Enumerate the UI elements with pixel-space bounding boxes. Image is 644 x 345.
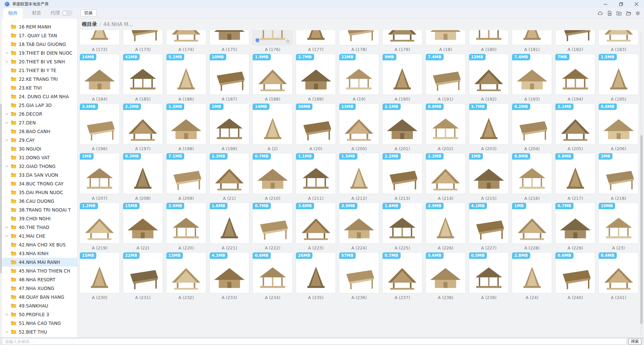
chevron-right-icon[interactable]: > — [5, 328, 9, 336]
asset-card[interactable]: 2MB — [598, 153, 639, 194]
asset-card[interactable]: 7.1MB — [166, 153, 206, 194]
asset-card[interactable]: 44MB — [469, 30, 509, 45]
asset-card[interactable]: 3.9MB — [339, 203, 379, 244]
asset-card[interactable]: 4.1MB — [469, 203, 509, 244]
asset-card[interactable]: 5.1MB — [166, 54, 206, 95]
chevron-right-icon[interactable]: > — [5, 223, 9, 232]
asset-card[interactable]: 2.9MB — [426, 203, 466, 244]
asset-card[interactable]: 0.7MB — [252, 203, 293, 244]
asset-card[interactable]: 7.2MB — [209, 30, 250, 45]
sidebar-item[interactable]: 49.SANKHAU — [2, 301, 77, 310]
sidebar-item[interactable]: 43.NHA KINH — [2, 249, 77, 258]
favorite-star-icon[interactable]: ☆ — [286, 38, 290, 44]
asset-card[interactable]: 2MB — [123, 30, 163, 45]
sidebar-item[interactable]: 35.DAI PHUN NUOC — [2, 188, 77, 197]
maximize-button[interactable] — [613, 0, 629, 8]
asset-card[interactable]: 0.8MB — [426, 103, 466, 145]
asset-card[interactable]: 0.7MB — [252, 153, 293, 194]
sidebar-item[interactable]: 46.NHA RESORT — [2, 275, 77, 284]
asset-card[interactable]: 0.5MB — [469, 252, 509, 293]
sidebar-item[interactable]: 42.NHA CHO XE BUS — [2, 240, 77, 249]
sidebar-scrollbar[interactable] — [0, 18, 2, 337]
asset-card[interactable]: 1.6MB — [209, 203, 250, 244]
asset-card[interactable]: 15MB — [80, 252, 120, 293]
asset-card[interactable]: 2.2MB — [382, 153, 423, 194]
asset-card[interactable]: 0.7MB — [555, 203, 595, 244]
asset-card[interactable]: 57MB — [339, 252, 379, 293]
asset-card[interactable]: 3.4MB — [80, 103, 120, 145]
settings-icon[interactable] — [635, 10, 641, 16]
sidebar-item[interactable]: 51.NHA CAO TANG — [2, 319, 77, 328]
asset-card[interactable]: 6.1MB — [512, 30, 552, 45]
asset-card[interactable]: 14MB — [80, 54, 120, 95]
chevron-right-icon[interactable]: > — [5, 136, 9, 145]
replace-button[interactable]: 替 — [255, 38, 259, 44]
asset-card[interactable]: 3.8MB — [555, 153, 595, 194]
sidebar-item[interactable]: >41.MAI CHE — [2, 232, 77, 240]
open-folder-icon[interactable] — [626, 10, 631, 16]
asset-card[interactable]: 1.9MB — [252, 54, 293, 95]
asset-card[interactable]: 1.1MB — [296, 153, 336, 194]
asset-card[interactable]: 2.2MB — [123, 103, 163, 145]
sidebar-item[interactable]: >29.CAY — [2, 136, 77, 145]
asset-card[interactable]: 7.4MB — [512, 54, 552, 95]
sidebar-item[interactable]: >40.THE THAO — [2, 223, 77, 232]
sidebar-item[interactable]: 17. QUAY LE TAN — [2, 31, 77, 40]
asset-card[interactable]: 42MB — [123, 54, 163, 95]
asset-card[interactable]: 13MB — [339, 103, 379, 145]
asset-card[interactable]: 4.1MB — [382, 30, 423, 45]
asset-card[interactable]: 14MB — [252, 103, 293, 145]
new-folder-icon[interactable] — [616, 10, 622, 16]
switch-button[interactable]: 切换 — [81, 9, 97, 17]
asset-card[interactable]: 1.3MB — [166, 103, 206, 145]
sidebar-item[interactable]: 34.BUC TRONG CAY — [2, 179, 77, 188]
asset-card[interactable]: 3.6MB — [296, 203, 336, 244]
asset-card[interactable]: 2.7MB — [296, 54, 336, 95]
asset-card[interactable]: 2.1MB — [555, 103, 595, 145]
sidebar-item[interactable]: >26.DECOR — [2, 110, 77, 118]
asset-card[interactable]: 1.5MB — [598, 54, 639, 95]
sidebar-scrollbar-thumb[interactable] — [0, 104, 2, 273]
sidebar-item[interactable]: 25.GIA LAP 3D — [2, 101, 77, 110]
asset-card[interactable]: 1MB — [209, 103, 250, 145]
sidebar-item[interactable]: 21.THIET BI Y TE — [2, 66, 77, 75]
asset-card[interactable]: 2.8MB — [512, 252, 552, 293]
sidebar-item[interactable]: >20.THIET BI VE SINH — [2, 57, 77, 66]
asset-card[interactable]: 1.2MB — [80, 203, 120, 244]
sidebar-item[interactable]: 33.DA SAN VUON — [2, 171, 77, 179]
asset-card[interactable]: 26MB — [296, 252, 336, 293]
asset-card[interactable]: 1.6MB — [382, 203, 423, 244]
asset-card[interactable]: 2.2MB — [426, 153, 466, 194]
sidebar-item[interactable]: >27.DEN — [2, 118, 77, 127]
tab-proxy[interactable]: 代理 — [50, 10, 60, 16]
sidebar-item[interactable]: 36.CAU DUONG — [2, 197, 77, 206]
sidebar-item[interactable]: 39.CHOI NGHI — [2, 214, 77, 223]
sidebar-item[interactable]: 31.DONG VAT — [2, 153, 77, 162]
close-button[interactable] — [629, 0, 644, 8]
asset-card[interactable]: 2.3MB — [209, 153, 250, 194]
asset-card[interactable]: 2.1MB — [382, 103, 423, 145]
cloud-icon[interactable] — [597, 10, 603, 16]
chevron-right-icon[interactable]: > — [5, 57, 9, 66]
asset-card[interactable]: 9.4MB — [166, 30, 206, 45]
asset-card[interactable]: 1.5MB — [339, 153, 379, 194]
asset-card[interactable]: 0.7MB — [382, 252, 423, 293]
asset-card[interactable]: 22MB — [339, 54, 379, 95]
sidebar-item[interactable]: 24. DUNG CU AM NHA — [2, 92, 77, 101]
asset-card[interactable]: 2.9MB — [166, 203, 206, 244]
asset-card[interactable]: 8.5MB — [555, 30, 595, 45]
chevron-right-icon[interactable]: > — [5, 118, 9, 127]
sidebar-item[interactable]: >32.GIAO THONG — [2, 162, 77, 171]
asset-card[interactable]: 6.3MB — [339, 30, 379, 45]
asset-card[interactable]: 3.7MB — [469, 103, 509, 145]
asset-card[interactable]: 12MB — [469, 54, 509, 95]
sidebar-item[interactable]: 22.KE TRANG TRI — [2, 75, 77, 83]
tab-components[interactable]: 组件 — [3, 8, 23, 18]
chevron-right-icon[interactable]: > — [5, 110, 9, 118]
chevron-right-icon[interactable]: > — [5, 49, 9, 57]
search-button[interactable]: 搜索 — [629, 338, 641, 345]
sidebar-item[interactable]: 30.NGUOI — [2, 145, 77, 153]
search-input[interactable] — [2, 338, 627, 345]
chevron-right-icon[interactable]: > — [5, 310, 9, 319]
asset-card[interactable]: 5.6MB — [426, 252, 466, 293]
